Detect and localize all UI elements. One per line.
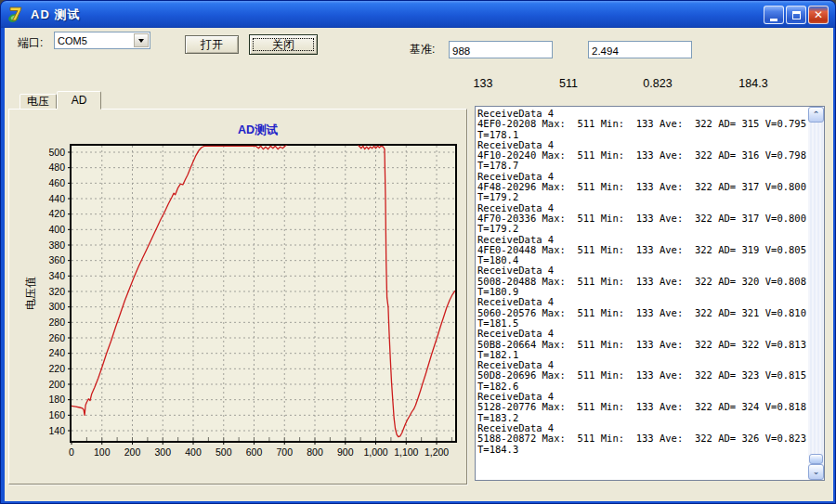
svg-text:160: 160 [48, 409, 65, 420]
svg-text:240: 240 [48, 347, 65, 358]
scroll-down-button[interactable]: ⌄ [808, 464, 824, 480]
svg-text:360: 360 [48, 254, 65, 265]
svg-text:280: 280 [48, 317, 65, 328]
minimize-icon [770, 19, 777, 21]
close-icon: ✕ [814, 9, 823, 20]
svg-text:800: 800 [307, 446, 323, 458]
stat-min-value: 133 [474, 77, 493, 90]
maximize-button[interactable] [786, 6, 806, 24]
ad-chart: 1401601802002202402602803003203403603804… [9, 110, 466, 484]
svg-text:AD测试: AD测试 [238, 123, 279, 136]
stat-max-value: 511 [559, 77, 578, 90]
stat-voltage-value: 0.823 [643, 77, 672, 90]
svg-text:440: 440 [48, 193, 65, 204]
receive-data-listbox[interactable]: ReceiveData 44EF0-20208 Max: 511 Min: 13… [475, 106, 825, 481]
svg-text:180: 180 [48, 394, 65, 405]
scroll-up-button[interactable]: ⌃ [808, 107, 824, 123]
combobox-dropdown-button[interactable] [134, 33, 149, 47]
svg-text:460: 460 [48, 177, 65, 188]
svg-text:200: 200 [48, 379, 65, 390]
svg-text:320: 320 [48, 286, 65, 297]
svg-text:300: 300 [48, 301, 65, 312]
svg-text:500: 500 [48, 147, 65, 158]
svg-text:0: 0 [69, 446, 74, 458]
svg-text:480: 480 [48, 162, 65, 173]
svg-text:1,100: 1,100 [394, 446, 418, 458]
tab-ad[interactable]: AD [57, 91, 101, 110]
svg-text:400: 400 [185, 446, 202, 458]
svg-text:400: 400 [48, 224, 65, 235]
stat-temperature-value: 184.3 [738, 77, 767, 90]
svg-text:300: 300 [154, 446, 171, 458]
svg-text:1,200: 1,200 [425, 446, 449, 458]
port-combobox[interactable]: COM5 [54, 32, 150, 49]
chevron-down-icon [138, 39, 144, 43]
svg-text:600: 600 [246, 446, 263, 458]
svg-text:200: 200 [124, 446, 141, 458]
svg-text:500: 500 [216, 446, 232, 458]
svg-text:260: 260 [48, 332, 65, 343]
reference-field-2[interactable] [588, 41, 692, 58]
app-window: AD 测试 ✕ 端口: COM5 打开 关闭 基准: 133 511 0.823… [0, 0, 836, 504]
svg-text:340: 340 [48, 270, 65, 281]
close-port-button-label: 关闭 [272, 38, 294, 51]
close-port-button[interactable]: 关闭 [249, 34, 318, 55]
svg-text:380: 380 [48, 239, 65, 251]
vertical-scrollbar[interactable]: ⌃ ⌄ [808, 107, 824, 480]
client-area: 端口: COM5 打开 关闭 基准: 133 511 0.823 184.3 电… [5, 28, 833, 501]
chart-panel: 1401601802002202402602803003203403603804… [8, 109, 467, 485]
svg-text:140: 140 [48, 425, 65, 436]
app-icon [7, 6, 25, 23]
log-lines: ReceiveData 44EF0-20208 Max: 511 Min: 13… [477, 109, 806, 478]
tab-voltage[interactable]: 电压 [20, 94, 57, 110]
scrollbar-thumb[interactable] [809, 454, 823, 464]
titlebar[interactable]: AD 测试 ✕ [1, 1, 835, 28]
port-label: 端口: [18, 35, 43, 51]
reference-field-1[interactable] [449, 41, 553, 58]
svg-text:100: 100 [94, 446, 111, 458]
svg-text:700: 700 [276, 446, 293, 458]
maximize-icon [792, 11, 801, 19]
close-button[interactable]: ✕ [808, 6, 829, 24]
svg-text:420: 420 [48, 208, 65, 219]
svg-text:220: 220 [48, 363, 65, 374]
minimize-button[interactable] [764, 6, 784, 24]
svg-text:900: 900 [337, 446, 354, 458]
port-combobox-value: COM5 [55, 35, 134, 46]
reference-label: 基准: [410, 42, 435, 58]
svg-text:电压值: 电压值 [24, 277, 37, 310]
svg-text:1,000: 1,000 [363, 446, 387, 458]
open-port-button[interactable]: 打开 [185, 35, 239, 54]
window-title: AD 测试 [31, 6, 80, 23]
